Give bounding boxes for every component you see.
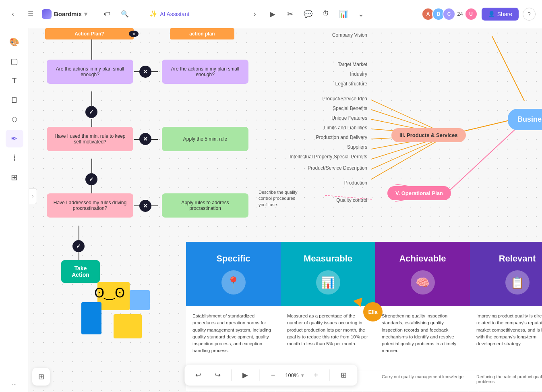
sidebar-tool-grid[interactable]: ⊞ [6,168,23,186]
current-user-avatar[interactable]: U [465,8,478,21]
bottom-toolbar: ↩ ↪ ▶ − 100% ▾ + ⊞ [184,365,357,386]
toolbar-center: › ▶ ✂ 💬 ⏱ 📊 ⌄ [248,7,368,21]
left-sidebar: 🎨 ▢ T 🗒 ⬡ ✒ ⌇ ⊞ ··· [0,28,29,392]
achievable-footer-text: Carry out quality management knowledge [382,374,463,379]
avatar-group: A B C 24 [422,8,463,21]
share-edit-btn[interactable]: ✂ [283,7,298,21]
zoom-chevron[interactable]: ▾ [301,372,304,378]
mindmap-item-industry: Industry [350,71,367,77]
conn-6 [79,252,79,260]
ella-badge: Ella [363,302,383,321]
x-circle-3: ✕ [139,200,151,212]
specific-icon: 📍 [221,270,246,295]
avatar-count[interactable]: 24 [457,11,463,17]
measurable-body: Measured as a percentage of the number o… [281,306,375,371]
x-circle-1: ✕ [139,66,151,78]
ai-assistant-label: AI Assistant [160,11,189,17]
undo-button[interactable]: ↩ [191,368,205,382]
sidebar-tool-sticky[interactable]: 🗒 [6,91,23,109]
sidebar-tool-emoji[interactable]: 🎨 [6,33,23,51]
achievable-footer: Carry out quality management knowledge [375,371,470,391]
timer-btn[interactable]: ⏱ [319,7,333,21]
svg-line-14 [325,195,373,199]
ai-assistant-button[interactable]: ✨ AI Assistant [145,8,194,20]
conn-4 [91,185,92,193]
measurable-body-text: Measured as a percentage of the number o… [287,313,368,346]
more-tools: ··· [12,381,17,387]
specific-body-text: Establishment of standardized procedures… [192,313,271,353]
achievable-title: Achievable [399,253,446,264]
banner-2-text: action plan [189,31,215,37]
chevron-right-btn[interactable]: › [248,7,262,21]
fit-page-button[interactable]: ⊞ [337,368,351,382]
brand-name: Boardmix [54,10,82,17]
measurable-title: Measurable [304,253,352,264]
more-btn[interactable]: ⌄ [354,7,368,21]
avatar-3: C [443,8,455,21]
brand-chevron: ▾ [84,10,87,18]
divider [94,8,94,20]
measurable-header: Measurable 📊 [281,242,375,306]
measurable-icon-symbol: 📊 [321,276,335,289]
take-action-text: Take Action [66,265,95,278]
menu-button[interactable]: ☰ [24,8,37,21]
quality-desc: Describe the qualitycontrol proceduresyo… [259,189,298,208]
conn-1 [91,91,92,107]
top-bar: ‹ ☰ Boardmix ▾ 🏷 🔍 ✨ AI Assistant › ▶ ✂ … [0,0,542,28]
divider2 [138,8,138,20]
conn-3 [91,159,92,174]
brand-logo[interactable]: Boardmix ▾ [42,9,87,19]
specific-icon-symbol: 📍 [226,276,240,289]
business-plan-node: Business Plan [508,109,542,130]
mindmap-item-production: Production and Delivery [316,135,367,140]
mindmap-item-idea: Product/Service Idea [323,96,367,102]
specific-body: Establishment of standardized procedures… [186,306,281,371]
products-services-text: III. Products & Services [399,132,458,138]
share-icon: 👤 [488,11,495,17]
share-button[interactable]: 👤 Share [482,8,519,21]
check-circle-2: ✓ [85,173,97,185]
top-bar-right: A B C 24 U 👤 Share ? [422,8,536,21]
take-action-node[interactable]: Take Action [61,260,100,283]
toolbar-divider-1 [231,369,232,381]
sidebar-tool-text[interactable]: T [6,72,23,89]
sticky-blue2-1[interactable] [81,302,101,334]
sticky-blue-1[interactable] [130,290,150,310]
flow-node-3-text: Have I used the min. rule to keep self m… [52,133,128,145]
help-button[interactable]: ? [523,8,536,21]
relevant-title: Relevant [499,253,536,264]
flow-node-1: Are the actions in my plan small enough? [47,60,133,84]
zoom-out-button[interactable]: − [266,368,280,382]
main-canvas[interactable]: Action Plan? ✕ action plan Are the actio… [29,28,542,392]
sidebar-tool-pen[interactable]: ✒ [6,130,23,147]
specific-title: Specific [216,253,250,264]
back-button[interactable]: ‹ [6,8,19,21]
toolbar-divider-2 [259,369,259,381]
sidebar-tool-frame[interactable]: ▢ [6,52,23,70]
zoom-in-button[interactable]: + [309,368,323,382]
smiley-face: ʘ‿ʘ [94,285,125,301]
tag-button[interactable]: 🏷 [101,8,114,21]
page-panel-button[interactable]: ⊞ [32,368,50,386]
flow-node-6-text: Apply rules to address procrastination [167,200,244,211]
flow-node-4-text: Apply the 5 min. rule [183,136,227,142]
sidebar-tool-shapes[interactable]: ⬡ [6,110,23,128]
sidebar-collapse-btn[interactable]: › [29,188,37,204]
redo-button[interactable]: ↪ [210,368,225,382]
mindmap-item-limits: Limits and Liabilities [324,125,367,131]
flow-node-6: Apply rules to address procrastination [162,193,248,218]
sidebar-tool-connector[interactable]: ⌇ [6,149,23,167]
flow-node-3: Have I used the min. rule to keep self m… [47,127,133,151]
flow-node-4: Apply the 5 min. rule [162,127,248,151]
chat-btn[interactable]: 💬 [301,7,315,21]
sticky-yellow-2[interactable] [114,314,142,338]
play-btn[interactable]: ▶ [265,7,280,21]
x-circle-2: ✕ [139,133,151,145]
toolbar-divider-3 [330,369,330,381]
chart-btn[interactable]: 📊 [336,7,351,21]
pointer-tool-button[interactable]: ▶ [238,368,252,382]
brand-icon [42,9,52,19]
search-button[interactable]: 🔍 [118,8,131,21]
mindmap-area: Business Plan III. Products & Services V… [250,28,542,242]
relevant-body: Improving product quality is directly re… [470,306,542,371]
